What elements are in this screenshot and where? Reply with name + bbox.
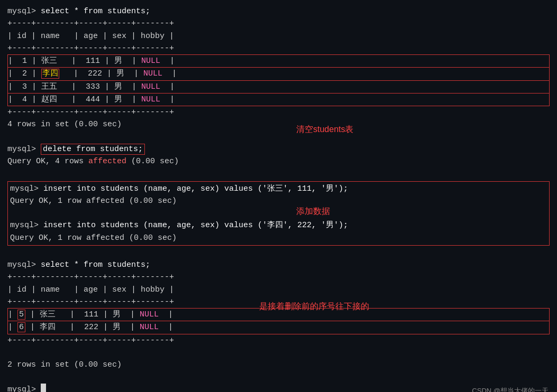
annotation-sequence: 是接着删除前的序号往下接的 (259, 301, 369, 312)
blank-4 (7, 347, 550, 359)
table-row: | 6 | 李四 | 222 | 男 | NULL | (7, 321, 550, 334)
select-cmd-2: mysql> select * from students; (7, 259, 550, 271)
rows-in-set-1: 4 rows in set (0.00 sec) (7, 118, 550, 130)
separator-6: +----+--------+-----+-----+-------+ (7, 334, 550, 347)
final-prompt: mysql> (7, 384, 550, 393)
blank-5 (7, 371, 550, 383)
terminal: mysql> select * from students; +----+---… (7, 5, 550, 392)
separator-4: +----+--------+-----+-----+-------+ (7, 271, 550, 283)
table-row: | 4 | 赵四 | 444 | 男 | NULL | (7, 94, 550, 106)
rows-in-set-2: 2 rows in set (0.00 sec) (7, 359, 550, 371)
table-row: | 3 | 王五 | 333 | 男 | NULL | (7, 81, 550, 94)
separator-3: +----+--------+-----+-----+-------+ (7, 106, 550, 118)
annotation-clear-table: 清空students表 (296, 124, 353, 135)
insert-result-2: Query OK, 1 row affected (0.00 sec) (10, 232, 547, 244)
blank-3 (7, 247, 550, 259)
blank-in-insert (10, 207, 547, 219)
annotation-add-data: 添加数据 (296, 206, 330, 217)
table-header-1: | id | name | age | sex | hobby | (7, 30, 550, 42)
table-row: | 2 | 李四 | 222 | 男 | NULL | (7, 68, 550, 80)
table-row: | 1 | 张三 | 111 | 男 | NULL | (7, 54, 550, 68)
separator-1: +----+--------+-----+-----+-------+ (7, 17, 550, 30)
watermark: CSDN @想当大佬的一天 (472, 386, 549, 392)
table-header-2: | id | name | age | sex | hobby | (7, 284, 550, 296)
blank-2 (7, 167, 550, 180)
blank-1 (7, 131, 550, 143)
separator-2: +----+--------+-----+-----+-------+ (7, 42, 550, 54)
line-1: mysql> select * from students; (7, 5, 550, 17)
cursor (41, 384, 46, 393)
delete-cmd-line: mysql> delete from students; (7, 143, 550, 155)
delete-result: Query OK, 4 rows affected (0.00 sec) (7, 155, 550, 167)
insert-cmd-2: mysql> insert into students (name, age, … (10, 219, 547, 231)
insert-result-1: Query OK, 1 row affected (0.00 sec) (10, 195, 547, 207)
insert-block: mysql> insert into students (name, age, … (7, 181, 550, 246)
insert-cmd-1: mysql> insert into students (name, age, … (10, 183, 547, 195)
